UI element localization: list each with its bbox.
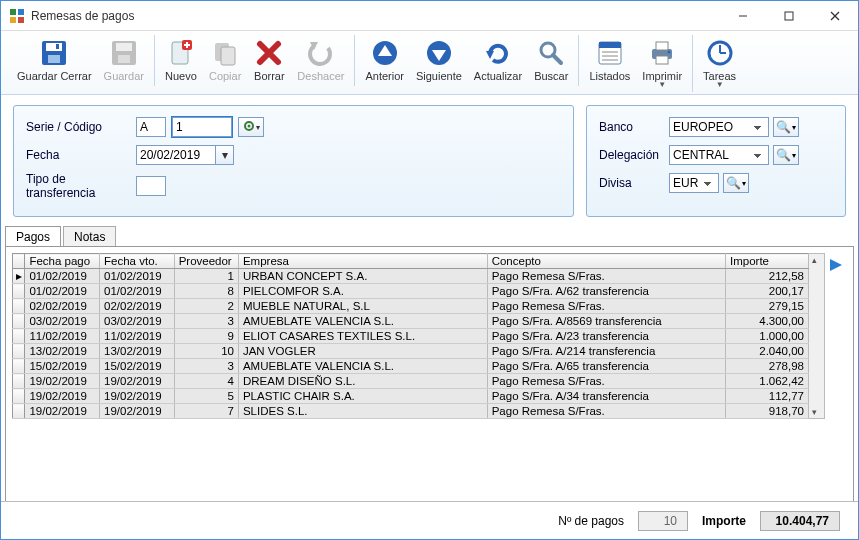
row-handle[interactable] bbox=[13, 299, 25, 314]
cell-importe[interactable]: 918,70 bbox=[726, 404, 809, 419]
save-button[interactable]: Guardar bbox=[98, 35, 150, 86]
col-concepto[interactable]: Concepto bbox=[487, 254, 725, 269]
divisa-lookup-button[interactable]: 🔍▾ bbox=[723, 173, 749, 193]
cell-fecha-pago[interactable]: 19/02/2019 bbox=[25, 404, 100, 419]
cell-concepto[interactable]: Pago Remesa S/Fras. bbox=[487, 404, 725, 419]
row-handle[interactable] bbox=[13, 344, 25, 359]
cell-fecha-pago[interactable]: 15/02/2019 bbox=[25, 359, 100, 374]
col-fecha-vto[interactable]: Fecha vto. bbox=[100, 254, 175, 269]
save-close-button[interactable]: Guardar Cerrar bbox=[11, 35, 98, 86]
cell-proveedor[interactable]: 2 bbox=[174, 299, 238, 314]
cell-fecha-vto[interactable]: 15/02/2019 bbox=[100, 359, 175, 374]
cell-proveedor[interactable]: 4 bbox=[174, 374, 238, 389]
tab-pagos[interactable]: Pagos bbox=[5, 226, 61, 247]
table-row[interactable]: 19/02/201919/02/20194DREAM DISEÑO S.L.Pa… bbox=[13, 374, 809, 389]
cell-fecha-pago[interactable]: 19/02/2019 bbox=[25, 389, 100, 404]
cell-empresa[interactable]: PLASTIC CHAIR S.A. bbox=[238, 389, 487, 404]
cell-proveedor[interactable]: 3 bbox=[174, 314, 238, 329]
cell-concepto[interactable]: Pago S/Fra. A/34 transferencia bbox=[487, 389, 725, 404]
cell-empresa[interactable]: AMUEBLATE VALENCIA S.L. bbox=[238, 359, 487, 374]
cell-empresa[interactable]: DREAM DISEÑO S.L. bbox=[238, 374, 487, 389]
cell-fecha-pago[interactable]: 01/02/2019 bbox=[25, 269, 100, 284]
tipo-transferencia-input[interactable] bbox=[136, 176, 166, 196]
cell-concepto[interactable]: Pago S/Fra. A/8569 transferencia bbox=[487, 314, 725, 329]
row-handle[interactable] bbox=[13, 329, 25, 344]
copy-button[interactable]: Copiar bbox=[203, 35, 247, 86]
refresh-button[interactable]: Actualizar bbox=[468, 35, 528, 86]
cell-concepto[interactable]: Pago S/Fra. A/62 transferencia bbox=[487, 284, 725, 299]
play-icon[interactable] bbox=[828, 257, 844, 276]
date-picker-button[interactable]: ▾ bbox=[216, 145, 234, 165]
cell-proveedor[interactable]: 1 bbox=[174, 269, 238, 284]
close-button[interactable] bbox=[812, 1, 858, 31]
row-handle[interactable]: ▸ bbox=[13, 269, 25, 284]
cell-empresa[interactable]: SLIDES S.L. bbox=[238, 404, 487, 419]
delegacion-select[interactable]: CENTRAL bbox=[669, 145, 769, 165]
serie-input[interactable] bbox=[136, 117, 166, 137]
table-row[interactable]: 01/02/201901/02/20198PIELCOMFOR S.A.Pago… bbox=[13, 284, 809, 299]
cell-fecha-vto[interactable]: 19/02/2019 bbox=[100, 374, 175, 389]
cell-empresa[interactable]: JAN VOGLER bbox=[238, 344, 487, 359]
row-handle[interactable] bbox=[13, 284, 25, 299]
row-selector-header[interactable] bbox=[13, 254, 25, 269]
cell-fecha-vto[interactable]: 19/02/2019 bbox=[100, 404, 175, 419]
cell-importe[interactable]: 212,58 bbox=[726, 269, 809, 284]
cell-fecha-pago[interactable]: 01/02/2019 bbox=[25, 284, 100, 299]
cell-importe[interactable]: 278,98 bbox=[726, 359, 809, 374]
cell-concepto[interactable]: Pago S/Fra. A/65 transferencia bbox=[487, 359, 725, 374]
cell-importe[interactable]: 279,15 bbox=[726, 299, 809, 314]
row-handle[interactable] bbox=[13, 389, 25, 404]
table-row[interactable]: ▸01/02/201901/02/20191URBAN CONCEPT S.A.… bbox=[13, 269, 809, 284]
fecha-input[interactable] bbox=[136, 145, 216, 165]
cell-fecha-pago[interactable]: 11/02/2019 bbox=[25, 329, 100, 344]
table-row[interactable]: 19/02/201919/02/20197SLIDES S.L.Pago Rem… bbox=[13, 404, 809, 419]
cell-importe[interactable]: 200,17 bbox=[726, 284, 809, 299]
col-empresa[interactable]: Empresa bbox=[238, 254, 487, 269]
divisa-select[interactable]: EUR bbox=[669, 173, 719, 193]
tab-notas[interactable]: Notas bbox=[63, 226, 116, 247]
cell-proveedor[interactable]: 8 bbox=[174, 284, 238, 299]
table-row[interactable]: 19/02/201919/02/20195PLASTIC CHAIR S.A.P… bbox=[13, 389, 809, 404]
cell-importe[interactable]: 1.000,00 bbox=[726, 329, 809, 344]
new-button[interactable]: Nuevo bbox=[159, 35, 203, 86]
table-row[interactable]: 02/02/201902/02/20192MUEBLE NATURAL, S.L… bbox=[13, 299, 809, 314]
row-handle[interactable] bbox=[13, 314, 25, 329]
cell-importe[interactable]: 112,77 bbox=[726, 389, 809, 404]
cell-fecha-vto[interactable]: 03/02/2019 bbox=[100, 314, 175, 329]
tasks-button[interactable]: Tareas ▼ bbox=[697, 35, 742, 92]
delete-button[interactable]: Borrar bbox=[247, 35, 291, 86]
cell-proveedor[interactable]: 9 bbox=[174, 329, 238, 344]
cell-fecha-pago[interactable]: 03/02/2019 bbox=[25, 314, 100, 329]
vertical-scrollbar[interactable] bbox=[809, 253, 825, 419]
listings-button[interactable]: Listados bbox=[583, 35, 636, 92]
cell-proveedor[interactable]: 7 bbox=[174, 404, 238, 419]
cell-proveedor[interactable]: 5 bbox=[174, 389, 238, 404]
gear-button[interactable]: ▾ bbox=[238, 117, 264, 137]
cell-fecha-vto[interactable]: 01/02/2019 bbox=[100, 284, 175, 299]
cell-empresa[interactable]: PIELCOMFOR S.A. bbox=[238, 284, 487, 299]
maximize-button[interactable] bbox=[766, 1, 812, 31]
cell-fecha-vto[interactable]: 01/02/2019 bbox=[100, 269, 175, 284]
cell-concepto[interactable]: Pago Remesa S/Fras. bbox=[487, 374, 725, 389]
search-button[interactable]: Buscar bbox=[528, 35, 574, 86]
cell-empresa[interactable]: MUEBLE NATURAL, S.L bbox=[238, 299, 487, 314]
cell-importe[interactable]: 1.062,42 bbox=[726, 374, 809, 389]
codigo-input[interactable] bbox=[172, 117, 232, 137]
banco-lookup-button[interactable]: 🔍▾ bbox=[773, 117, 799, 137]
next-button[interactable]: Siguiente bbox=[410, 35, 468, 86]
minimize-button[interactable] bbox=[720, 1, 766, 31]
col-fecha-pago[interactable]: Fecha pago bbox=[25, 254, 100, 269]
col-importe[interactable]: Importe bbox=[726, 254, 809, 269]
payments-grid[interactable]: Fecha pago Fecha vto. Proveedor Empresa … bbox=[12, 253, 809, 419]
cell-fecha-vto[interactable]: 19/02/2019 bbox=[100, 389, 175, 404]
previous-button[interactable]: Anterior bbox=[359, 35, 410, 86]
cell-concepto[interactable]: Pago Remesa S/Fras. bbox=[487, 299, 725, 314]
table-row[interactable]: 13/02/201913/02/201910JAN VOGLERPago S/F… bbox=[13, 344, 809, 359]
cell-fecha-pago[interactable]: 02/02/2019 bbox=[25, 299, 100, 314]
col-proveedor[interactable]: Proveedor bbox=[174, 254, 238, 269]
row-handle[interactable] bbox=[13, 404, 25, 419]
row-handle[interactable] bbox=[13, 359, 25, 374]
cell-empresa[interactable]: AMUEBLATE VALENCIA S.L. bbox=[238, 314, 487, 329]
cell-empresa[interactable]: URBAN CONCEPT S.A. bbox=[238, 269, 487, 284]
table-row[interactable]: 03/02/201903/02/20193AMUEBLATE VALENCIA … bbox=[13, 314, 809, 329]
